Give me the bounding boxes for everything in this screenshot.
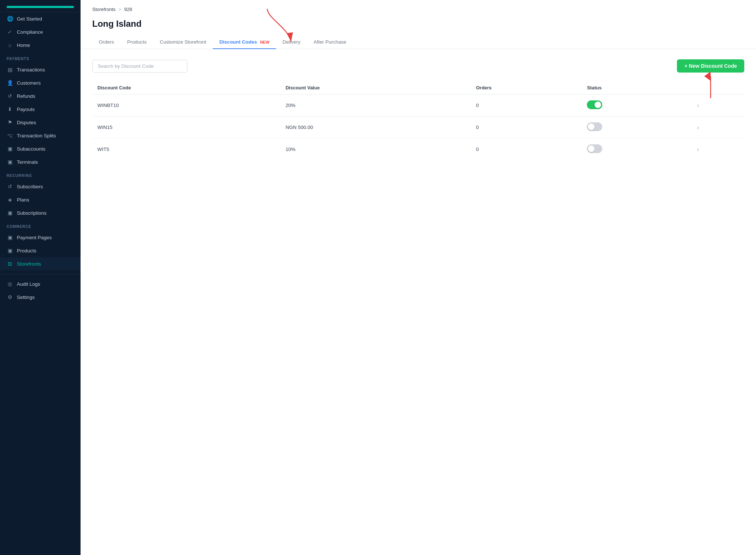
table-header-0: Discount Code <box>92 81 280 95</box>
page-title: Long Island <box>81 16 756 29</box>
toggle-thumb-0 <box>595 101 601 108</box>
sidebar-label-payouts: Payouts <box>17 107 35 112</box>
sidebar-icon-customers: 👤 <box>7 79 13 86</box>
sidebar-icon-audit-logs: ◎ <box>7 281 13 287</box>
cell-chevron-1[interactable]: › <box>692 116 744 138</box>
new-button-wrapper: + New Discount Code <box>677 59 744 73</box>
sidebar-commerce-items: ▣ Payment Pages ▣ Products ⊟ Storefronts <box>0 231 81 270</box>
cell-orders-1: 0 <box>471 116 582 138</box>
search-input[interactable] <box>92 60 187 73</box>
tab-discount-codes[interactable]: Discount CodesNEW <box>213 36 276 49</box>
sidebar-label-payment-pages: Payment Pages <box>17 235 52 240</box>
sidebar-icon-get-started: 🌐 <box>7 15 13 22</box>
sidebar-icon-refunds: ↺ <box>7 93 13 99</box>
chevron-icon-0[interactable]: › <box>697 102 699 108</box>
sidebar-label-disputes: Disputes <box>17 120 36 125</box>
sidebar: 🌐 Get Started ✓ Compliance ⌂ Home PAYMEN… <box>0 0 81 555</box>
table-header-3: Status <box>582 81 692 95</box>
sidebar-icon-transaction-splits: ⌥ <box>7 132 13 139</box>
tab-products[interactable]: Products <box>120 36 153 49</box>
sidebar-icon-settings: ⚙ <box>7 294 13 300</box>
sidebar-icon-home: ⌂ <box>7 42 13 48</box>
cell-status-1 <box>582 116 692 138</box>
sidebar-label-terminals: Terminals <box>17 159 38 165</box>
tab-after-purchase[interactable]: After Purchase <box>307 36 353 49</box>
sidebar-recurring-label: RECURRING <box>0 169 81 180</box>
sidebar-item-get-started[interactable]: 🌐 Get Started <box>0 12 81 25</box>
sidebar-recurring-items: ↺ Subscribers ◈ Plans ▣ Subscriptions <box>0 180 81 219</box>
new-discount-code-button[interactable]: + New Discount Code <box>677 59 744 73</box>
main-content: Storefronts > 928 Long Island OrdersProd… <box>81 0 756 555</box>
tab-delivery[interactable]: Delivery <box>276 36 307 49</box>
sidebar-icon-subaccounts: ▣ <box>7 145 13 152</box>
table-header-2: Orders <box>471 81 582 95</box>
sidebar-label-storefronts: Storefronts <box>17 261 41 267</box>
cell-status-0 <box>582 95 692 116</box>
tab-label-orders: Orders <box>99 39 114 45</box>
sidebar-item-refunds[interactable]: ↺ Refunds <box>0 89 81 103</box>
cell-value-2: 10% <box>280 138 471 160</box>
sidebar-item-payment-pages[interactable]: ▣ Payment Pages <box>0 231 81 244</box>
tab-orders[interactable]: Orders <box>92 36 120 49</box>
sidebar-item-subscriptions[interactable]: ▣ Subscriptions <box>0 206 81 219</box>
chevron-icon-2[interactable]: › <box>697 146 699 152</box>
sidebar-item-compliance[interactable]: ✓ Compliance <box>0 25 81 38</box>
sidebar-icon-subscriptions: ▣ <box>7 210 13 216</box>
breadcrumb-link[interactable]: Storefronts <box>92 7 116 12</box>
sidebar-logo <box>0 0 81 12</box>
main-content-area: + New Discount Code Discount CodeDiscoun… <box>81 49 756 170</box>
sidebar-item-transaction-splits[interactable]: ⌥ Transaction Splits <box>0 129 81 142</box>
sidebar-icon-disputes: ⚑ <box>7 119 13 126</box>
sidebar-item-subaccounts[interactable]: ▣ Subaccounts <box>0 142 81 155</box>
sidebar-top-items: 🌐 Get Started ✓ Compliance ⌂ Home <box>0 12 81 52</box>
tab-badge-discount-codes: NEW <box>260 40 269 44</box>
sidebar-item-products[interactable]: ▣ Products <box>0 244 81 257</box>
sidebar-item-transactions[interactable]: ▤ Transactions <box>0 63 81 76</box>
sidebar-label-subaccounts: Subaccounts <box>17 146 45 152</box>
toggle-2[interactable] <box>587 144 602 153</box>
sidebar-label-compliance: Compliance <box>17 29 43 35</box>
sidebar-item-customers[interactable]: 👤 Customers <box>0 76 81 89</box>
sidebar-label-settings: Settings <box>17 295 35 300</box>
sidebar-icon-payouts: ⬇ <box>7 106 13 112</box>
sidebar-item-disputes[interactable]: ⚑ Disputes <box>0 116 81 129</box>
cell-chevron-0[interactable]: › <box>692 95 744 116</box>
sidebar-icon-subscribers: ↺ <box>7 183 13 190</box>
sidebar-label-products: Products <box>17 248 36 254</box>
cell-code-0: WINBT10 <box>92 95 280 116</box>
toolbar: + New Discount Code <box>92 59 744 73</box>
sidebar-label-home: Home <box>17 42 30 48</box>
sidebar-item-home[interactable]: ⌂ Home <box>0 38 81 52</box>
cell-chevron-2[interactable]: › <box>692 138 744 160</box>
tab-customize-storefront[interactable]: Customize Storefront <box>153 36 213 49</box>
sidebar-item-audit-logs[interactable]: ◎ Audit Logs <box>0 277 81 291</box>
sidebar-item-terminals[interactable]: ▣ Terminals <box>0 155 81 169</box>
table-header-1: Discount Value <box>280 81 471 95</box>
sidebar-item-storefronts[interactable]: ⊟ Storefronts <box>0 257 81 270</box>
tabs-row: OrdersProductsCustomize StorefrontDiscou… <box>81 29 756 49</box>
cell-code-1: WIN15 <box>92 116 280 138</box>
sidebar-payments-items: ▤ Transactions 👤 Customers ↺ Refunds ⬇ P… <box>0 63 81 169</box>
tab-label-delivery: Delivery <box>283 39 301 45</box>
sidebar-label-get-started: Get Started <box>17 16 42 22</box>
table-row: WINBT10 20% 0 › <box>92 95 744 116</box>
cell-code-2: WIT5 <box>92 138 280 160</box>
sidebar-item-settings[interactable]: ⚙ Settings <box>0 291 81 304</box>
toggle-1[interactable] <box>587 122 602 131</box>
sidebar-commerce-label: COMMERCE <box>0 219 81 231</box>
sidebar-item-payouts[interactable]: ⬇ Payouts <box>0 103 81 116</box>
toggle-thumb-2 <box>588 145 595 152</box>
breadcrumb-current: 928 <box>124 7 132 12</box>
sidebar-label-plans: Plans <box>17 197 29 203</box>
discount-codes-table: Discount CodeDiscount ValueOrdersStatus … <box>92 81 744 160</box>
chevron-icon-1[interactable]: › <box>697 124 699 130</box>
sidebar-item-subscribers[interactable]: ↺ Subscribers <box>0 180 81 193</box>
sidebar-item-plans[interactable]: ◈ Plans <box>0 193 81 206</box>
sidebar-icon-products: ▣ <box>7 247 13 254</box>
sidebar-bottom-items: ◎ Audit Logs ⚙ Settings <box>0 277 81 304</box>
toggle-0[interactable] <box>587 100 602 109</box>
table-body: WINBT10 20% 0 › WIN15 NGN 500.00 0 › WIT… <box>92 95 744 160</box>
breadcrumb-separator: > <box>119 7 122 12</box>
cell-status-2 <box>582 138 692 160</box>
breadcrumb: Storefronts > 928 <box>81 0 756 16</box>
